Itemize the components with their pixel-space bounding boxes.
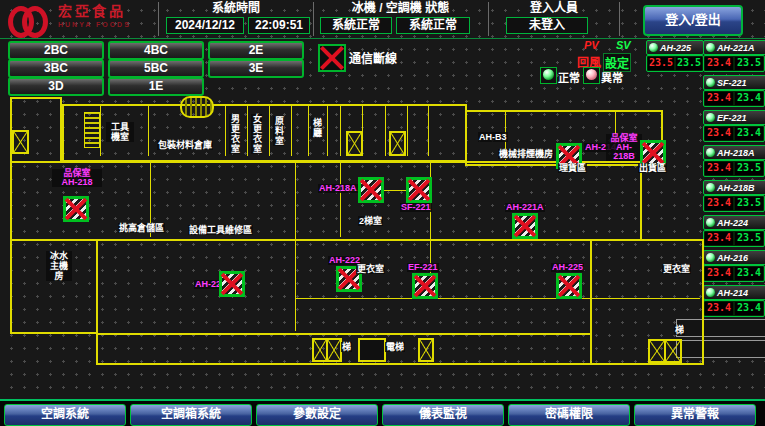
floor-button-3d[interactable]: 3D [8,77,104,96]
floor-button-2bc[interactable]: 2BC [8,41,104,60]
device-label: AH-221A [505,203,545,212]
brand-text: 宏亞食品 HUNYA FOODS [58,5,131,31]
header-divider [313,2,314,36]
room-label: 男更衣室 [229,114,240,154]
unit-ah-218b[interactable]: AH-218B [703,180,765,195]
unit-ah-218a-values: 23.4 23.5 [703,160,765,177]
room-label: 梯廳 [311,118,322,138]
unit-label: AH-225 [660,43,691,53]
sv-header-label: SV [616,39,631,51]
nav-button-hvac-system[interactable]: 空調系統 [4,404,126,426]
device-ah-224[interactable] [219,271,245,297]
stair-hatch-box [84,112,100,148]
dock-arc [180,96,214,118]
wall-segment [590,239,704,365]
device-ah-218a[interactable] [358,177,384,203]
wall-segment [340,106,341,156]
wall-segment [385,106,386,156]
chiller-status-value: 系統正常 [320,17,392,34]
floor-button-4bc[interactable]: 4BC [108,41,204,60]
room-label: 電梯 [385,342,405,352]
status-led-icon [706,43,715,52]
device-label: 品保室 AH-218 [52,169,102,187]
nav-button-parameters[interactable]: 參數設定 [256,404,378,426]
floor-button-1e[interactable]: 1E [108,77,204,96]
unit-label: AH-214 [717,288,748,298]
unit-label: SF-221 [717,78,747,88]
device-ah-218[interactable] [63,196,89,222]
pv-value: 23.4 [705,267,733,280]
device-label: AH-218A [318,184,358,193]
login-user-label: 登入人員 [495,2,613,15]
machine-status-label: 冰機 / 空調機 狀態 [318,2,483,15]
login-status-value: 未登入 [506,17,588,34]
unit-label: AH-218A [717,148,755,158]
sv-value: 23.4 [735,127,763,140]
stair-x-box [389,131,406,156]
nav-button-password[interactable]: 密碼權限 [508,404,630,426]
floor-button-3bc[interactable]: 3BC [8,59,104,78]
device-sf-221[interactable] [406,177,432,203]
unit-label: AH-218B [717,183,755,193]
nav-button-meter-monitor[interactable]: 儀表監視 [382,404,504,426]
ahu-status-value: 系統正常 [396,17,470,34]
device-ef-221[interactable] [412,273,438,299]
unit-sf-221[interactable]: SF-221 [703,75,765,90]
pv-value: 23.5 [648,57,674,70]
wall-segment [295,161,296,331]
floor-button-5bc[interactable]: 5BC [108,59,204,78]
wall-segment [148,106,149,156]
status-led-icon [706,78,715,87]
wall-segment [225,106,226,156]
unit-label: AH-224 [717,218,748,228]
device-label: 品保室 AH-218B [606,134,642,161]
wall-segment [247,106,248,156]
floor-button-2e[interactable]: 2E [208,41,304,60]
wall-segment [327,106,328,156]
status-led-icon [706,218,715,227]
wall-segment [340,161,341,237]
room-label: 女更衣室 [251,114,262,154]
sv-value: 23.5 [676,57,702,70]
wall-segment [269,106,270,156]
unit-ah-221a[interactable]: AH-221A [703,40,765,55]
room-label: 設備工具維修區 [188,225,253,235]
wall-segment [100,106,101,156]
unit-ah-216-values: 23.4 23.4 [703,265,765,282]
nav-button-ahu-system[interactable]: 空調箱系統 [130,404,252,426]
status-led-icon [706,183,715,192]
unit-sf-221-values: 23.4 23.4 [703,90,765,107]
system-time-label: 系統時間 [162,2,310,15]
device-ah-221a[interactable] [512,213,538,239]
unit-ah-214-values: 23.4 23.4 [703,300,765,317]
unit-ef-221[interactable]: EF-221 [703,110,765,125]
device-label: SF-221 [400,203,432,212]
sv-value: 23.5 [735,57,763,70]
unit-ah-218a[interactable]: AH-218A [703,145,765,160]
room-label: 機械排煙機房 [498,149,554,159]
floor-button-3e[interactable]: 3E [208,59,304,78]
normal-label: 正常 [558,69,580,85]
room-label: 梯 [674,325,685,335]
login-logout-button[interactable]: 登入/登出 [643,5,743,36]
pv-value: 23.4 [705,162,733,175]
nav-button-alarm[interactable]: 異常警報 [634,404,756,426]
unit-ah-225[interactable]: AH-225 [646,40,704,55]
unit-ah-214[interactable]: AH-214 [703,285,765,300]
room-label: 更衣室 [662,264,691,274]
unit-ah-221a-values: 23.4 23.5 [703,55,765,72]
unit-ah-224[interactable]: AH-224 [703,215,765,230]
sv-value: 23.4 [735,92,763,105]
room-label: 理貨區 [558,163,587,173]
header-bar: 宏亞食品 HUNYA FOODS 系統時間 2024/12/12 22:09:5… [0,0,765,39]
unit-ah-216[interactable]: AH-216 [703,250,765,265]
room-label: 出貨區 [638,163,667,173]
pv-value: 23.4 [705,92,733,105]
unit-ah-225-values: 23.5 23.5 [646,55,704,72]
device-ah-225[interactable] [556,273,582,299]
abnormal-led-icon [583,67,600,84]
pv-value: 23.4 [705,127,733,140]
wall-segment [10,161,642,241]
room-label: 挑高倉儲區 [118,223,165,233]
room-label: 原料室 [273,116,284,146]
